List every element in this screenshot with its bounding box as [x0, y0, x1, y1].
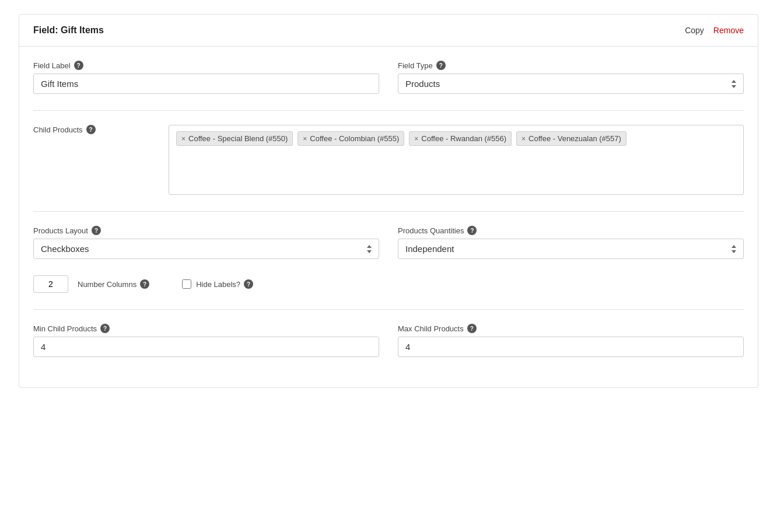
field-type-group: Field Type ? Products Text Number Date — [398, 61, 744, 94]
card-header: Field: Gift Items Copy Remove — [19, 15, 758, 47]
child-products-tags-group: × Coffee - Special Blend (#550) × Coffee… — [169, 125, 744, 195]
field-type-select[interactable]: Products Text Number Date — [398, 74, 744, 94]
card-body: Field Label ? Field Type ? Products Text… — [19, 47, 758, 387]
field-label-help-icon[interactable]: ? — [74, 61, 83, 70]
min-child-products-label: Min Child Products ? — [33, 324, 379, 333]
field-type-help-icon[interactable]: ? — [436, 61, 446, 70]
row-layout-quantities: Products Layout ? Checkboxes Dropdown Ra… — [33, 226, 744, 259]
tag-coffee-venezualan: × Coffee - Venezualan (#557) — [516, 131, 626, 146]
field-label-label: Field Label ? — [33, 61, 379, 70]
field-card: Field: Gift Items Copy Remove Field Labe… — [19, 14, 758, 388]
divider-3 — [33, 309, 744, 310]
child-products-label: Child Products ? — [33, 125, 150, 134]
products-layout-help-icon[interactable]: ? — [92, 226, 101, 235]
remove-button[interactable]: Remove — [713, 26, 744, 35]
child-products-label-group: Child Products ? — [33, 125, 150, 195]
number-columns-help-icon[interactable]: ? — [140, 279, 149, 289]
card-title: Field: Gift Items — [33, 25, 104, 36]
products-quantities-help-icon[interactable]: ? — [467, 226, 477, 235]
max-child-products-input[interactable] — [398, 337, 744, 357]
max-child-products-help-icon[interactable]: ? — [467, 324, 477, 333]
products-layout-label: Products Layout ? — [33, 226, 379, 235]
hide-labels-label: Hide Labels? ? — [196, 279, 253, 289]
max-child-products-group: Max Child Products ? — [398, 324, 744, 357]
row-min-max: Min Child Products ? Max Child Products … — [33, 324, 744, 357]
hide-labels-group: Hide Labels? ? — [182, 279, 253, 289]
hide-labels-checkbox[interactable] — [182, 279, 191, 289]
products-quantities-group: Products Quantities ? Independent Shared — [398, 226, 744, 259]
header-actions: Copy Remove — [685, 26, 744, 35]
tag-coffee-colombian: × Coffee - Colombian (#555) — [298, 131, 404, 146]
products-layout-select[interactable]: Checkboxes Dropdown Radio — [33, 239, 379, 259]
divider-1 — [33, 110, 744, 111]
child-products-help-icon[interactable]: ? — [86, 125, 96, 134]
products-quantities-select[interactable]: Independent Shared — [398, 239, 744, 259]
tag-coffee-special-remove[interactable]: × — [181, 135, 186, 142]
child-products-tags-container[interactable]: × Coffee - Special Blend (#550) × Coffee… — [169, 125, 744, 195]
divider-2 — [33, 211, 744, 212]
row-child-products: Child Products ? × Coffee - Special Blen… — [33, 125, 744, 195]
min-child-products-input[interactable] — [33, 337, 379, 357]
tag-coffee-rwandan: × Coffee - Rwandan (#556) — [409, 131, 512, 146]
min-child-products-group: Min Child Products ? — [33, 324, 379, 357]
tag-coffee-colombian-remove[interactable]: × — [303, 135, 307, 142]
products-layout-group: Products Layout ? Checkboxes Dropdown Ra… — [33, 226, 379, 259]
number-columns-label: Number Columns ? — [78, 279, 149, 289]
row-field-label-type: Field Label ? Field Type ? Products Text… — [33, 61, 744, 94]
tag-coffee-special: × Coffee - Special Blend (#550) — [176, 131, 293, 146]
max-child-products-label: Max Child Products ? — [398, 324, 744, 333]
page-container: Field: Gift Items Copy Remove Field Labe… — [0, 0, 777, 532]
products-quantities-label: Products Quantities ? — [398, 226, 744, 235]
min-child-products-help-icon[interactable]: ? — [100, 324, 110, 333]
tag-coffee-rwandan-remove[interactable]: × — [414, 135, 418, 142]
number-columns-input[interactable] — [33, 275, 68, 293]
field-label-group: Field Label ? — [33, 61, 379, 94]
row-number-columns: Number Columns ? Hide Labels? ? — [33, 275, 744, 293]
tag-coffee-venezualan-remove[interactable]: × — [522, 135, 526, 142]
hide-labels-help-icon[interactable]: ? — [244, 279, 253, 289]
field-label-input[interactable] — [33, 74, 379, 94]
field-type-label: Field Type ? — [398, 61, 744, 70]
copy-button[interactable]: Copy — [685, 26, 704, 35]
